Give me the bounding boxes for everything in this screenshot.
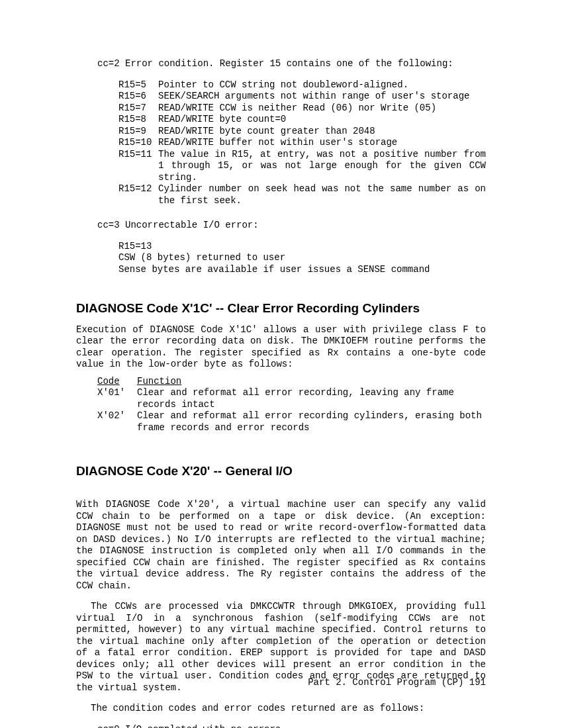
text-line: Sense bytes are available if user issues… [118, 264, 486, 276]
code-header: Code [97, 376, 137, 388]
cc3-lines: R15=13 CSW (8 bytes) returned to user Se… [118, 241, 486, 276]
table-row: R15=5Pointer to CCW string not doublewor… [118, 79, 486, 91]
table-row: R15=6SEEK/SEARCH arguments not within ra… [118, 91, 486, 103]
text-line: CSW (8 bytes) returned to user [118, 252, 486, 264]
section-1c-para: Execution of DIAGNOSE Code X'1C' allows … [76, 324, 486, 371]
table-row: R15=11The value in R15, at entry, was no… [118, 149, 486, 184]
table-row: X'01' Clear and reformat all error recor… [97, 387, 486, 410]
table-row: R15=12Cylinder number on seek head was n… [118, 183, 486, 206]
cc2-label: cc=2 Error condition. Register 15 contai… [97, 58, 486, 70]
table-row: R15=9READ/WRITE byte count greater than … [118, 126, 486, 138]
cc2-block: cc=2 Error condition. Register 15 contai… [97, 58, 486, 206]
function-header: Function [137, 376, 181, 387]
section-heading-20: DIAGNOSE Code X'20' -- General I/O [76, 463, 486, 479]
cc3-block: cc=3 Uncorrectable I/O error: R15=13 CSW… [97, 220, 486, 275]
cc0-line: cc=0 I/O completed with no errors [97, 724, 486, 729]
section-heading-1c: DIAGNOSE Code X'1C' -- Clear Error Recor… [76, 300, 486, 316]
page-footer: Part 2. Control Program (CP) 191 [308, 677, 486, 689]
table-row: R15=8READ/WRITE byte count=0 [118, 114, 486, 126]
cc3-label: cc=3 Uncorrectable I/O error: [97, 220, 486, 232]
code-function-table: Code Function X'01' Clear and reformat a… [97, 376, 486, 434]
cc2-r15-table: R15=5Pointer to CCW string not doublewor… [118, 79, 486, 207]
table-row: R15=7READ/WRITE CCW is neither Read (06)… [118, 103, 486, 114]
table-header-row: Code Function [97, 376, 486, 388]
section-20-para1: With DIAGNOSE Code X'20', a virtual mach… [76, 499, 486, 592]
table-row: X'02' Clear and reformat all error recor… [97, 410, 486, 433]
table-row: R15=10READ/WRITE buffer not within user'… [118, 137, 486, 149]
section-20-para3: The condition codes and error codes retu… [76, 703, 486, 715]
text-line: R15=13 [118, 241, 486, 253]
